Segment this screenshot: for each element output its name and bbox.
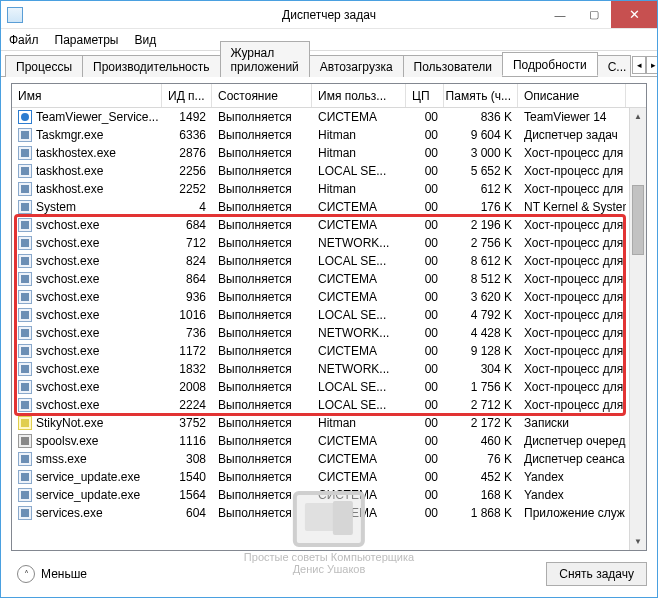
table-row[interactable]: taskhost.exe2256ВыполняетсяLOCAL SE...00… xyxy=(12,162,646,180)
cell-cpu: 00 xyxy=(406,506,444,520)
table-row[interactable]: taskhostex.exe2876ВыполняетсяHitman003 0… xyxy=(12,144,646,162)
chevron-up-icon: ˄ xyxy=(17,565,35,583)
col-name[interactable]: Имя xyxy=(12,84,162,107)
table-row[interactable]: svchost.exe864ВыполняетсяСИСТЕМА008 512 … xyxy=(12,270,646,288)
table-row[interactable]: taskhost.exe2252ВыполняетсяHitman00612 K… xyxy=(12,180,646,198)
tab-scroll-right[interactable]: ▸ xyxy=(646,56,658,74)
cell-state: Выполняется xyxy=(212,110,312,124)
cell-mem: 2 756 K xyxy=(444,236,518,250)
table-row[interactable]: Taskmgr.exe6336ВыполняетсяHitman009 604 … xyxy=(12,126,646,144)
cell-name-text: svchost.exe xyxy=(36,398,99,412)
cell-name-text: System xyxy=(36,200,76,214)
table-row[interactable]: service_update.exe1564ВыполняетсяСИСТЕМА… xyxy=(12,486,646,504)
table-row[interactable]: StikyNot.exe3752ВыполняетсяHitman002 172… xyxy=(12,414,646,432)
cell-pid: 1492 xyxy=(162,110,212,124)
cell-name: taskhostex.exe xyxy=(12,146,162,160)
menu-view[interactable]: Вид xyxy=(134,33,156,47)
table-row[interactable]: svchost.exe824ВыполняетсяLOCAL SE...008 … xyxy=(12,252,646,270)
col-mem[interactable]: Память (ч... xyxy=(444,84,518,107)
cell-pid: 604 xyxy=(162,506,212,520)
vertical-scrollbar[interactable]: ▲ ▼ xyxy=(629,108,646,550)
cell-name: svchost.exe xyxy=(12,290,162,304)
tab-services[interactable]: С... xyxy=(597,55,632,77)
table-row[interactable]: svchost.exe712ВыполняетсяNETWORK...002 7… xyxy=(12,234,646,252)
cell-state: Выполняется xyxy=(212,146,312,160)
cell-pid: 2224 xyxy=(162,398,212,412)
table-row[interactable]: svchost.exe2224ВыполняетсяLOCAL SE...002… xyxy=(12,396,646,414)
cell-cpu: 00 xyxy=(406,380,444,394)
tab-startup[interactable]: Автозагрузка xyxy=(309,55,404,77)
tab-scroll-left[interactable]: ◂ xyxy=(632,56,646,74)
cell-cpu: 00 xyxy=(406,326,444,340)
close-button[interactable]: ✕ xyxy=(611,1,657,28)
col-cpu[interactable]: ЦП xyxy=(406,84,444,107)
cell-user: NETWORK... xyxy=(312,326,406,340)
process-icon xyxy=(18,110,32,124)
table-row[interactable]: services.exe604ВыполняетсяСИСТЕМА001 868… xyxy=(12,504,646,522)
tab-users[interactable]: Пользователи xyxy=(403,55,503,77)
process-icon xyxy=(18,290,32,304)
end-task-button[interactable]: Снять задачу xyxy=(546,562,647,586)
menu-options[interactable]: Параметры xyxy=(55,33,119,47)
cell-desc: Yandex xyxy=(518,488,626,502)
col-desc[interactable]: Описание xyxy=(518,84,626,107)
table-row[interactable]: svchost.exe684ВыполняетсяСИСТЕМА002 196 … xyxy=(12,216,646,234)
cell-name: spoolsv.exe xyxy=(12,434,162,448)
cell-name: svchost.exe xyxy=(12,254,162,268)
tab-app-history[interactable]: Журнал приложений xyxy=(220,41,310,77)
cell-cpu: 00 xyxy=(406,200,444,214)
cell-name: svchost.exe xyxy=(12,344,162,358)
cell-desc: Yandex xyxy=(518,470,626,484)
tab-performance[interactable]: Производительность xyxy=(82,55,220,77)
cell-pid: 1116 xyxy=(162,434,212,448)
cell-state: Выполняется xyxy=(212,434,312,448)
cell-mem: 452 K xyxy=(444,470,518,484)
menu-file[interactable]: Файл xyxy=(9,33,39,47)
tab-details[interactable]: Подробности xyxy=(502,52,598,76)
cell-name-text: svchost.exe xyxy=(36,236,99,250)
minimize-button[interactable]: — xyxy=(543,1,577,28)
cell-desc: Диспетчер сеанса ... xyxy=(518,452,626,466)
col-state[interactable]: Состояние xyxy=(212,84,312,107)
process-icon xyxy=(18,344,32,358)
table-row[interactable]: svchost.exe1832ВыполняетсяNETWORK...0030… xyxy=(12,360,646,378)
cell-mem: 5 652 K xyxy=(444,164,518,178)
table-row[interactable]: svchost.exe1016ВыполняетсяLOCAL SE...004… xyxy=(12,306,646,324)
cell-name-text: StikyNot.exe xyxy=(36,416,103,430)
table-row[interactable]: TeamViewer_Service...1492ВыполняетсяСИСТ… xyxy=(12,108,646,126)
cell-mem: 4 428 K xyxy=(444,326,518,340)
cell-pid: 2256 xyxy=(162,164,212,178)
table-row[interactable]: smss.exe308ВыполняетсяСИСТЕМА0076 KДиспе… xyxy=(12,450,646,468)
table-row[interactable]: svchost.exe936ВыполняетсяСИСТЕМА003 620 … xyxy=(12,288,646,306)
scroll-down-icon[interactable]: ▼ xyxy=(630,533,646,550)
cell-pid: 824 xyxy=(162,254,212,268)
cell-pid: 1564 xyxy=(162,488,212,502)
cell-cpu: 00 xyxy=(406,362,444,376)
fewer-details-button[interactable]: ˄ Меньше xyxy=(11,562,93,586)
cell-pid: 4 xyxy=(162,200,212,214)
cell-desc: Хост-процесс для с... xyxy=(518,362,626,376)
cell-name: svchost.exe xyxy=(12,308,162,322)
cell-cpu: 00 xyxy=(406,272,444,286)
tab-processes[interactable]: Процессы xyxy=(5,55,83,77)
table-row[interactable]: spoolsv.exe1116ВыполняетсяСИСТЕМА00460 K… xyxy=(12,432,646,450)
cell-user: NETWORK... xyxy=(312,236,406,250)
cell-state: Выполняется xyxy=(212,326,312,340)
cell-user: LOCAL SE... xyxy=(312,398,406,412)
cell-cpu: 00 xyxy=(406,398,444,412)
scroll-thumb[interactable] xyxy=(632,185,644,255)
col-pid[interactable]: ИД п... xyxy=(162,84,212,107)
col-user[interactable]: Имя польз... xyxy=(312,84,406,107)
table-row[interactable]: svchost.exe1172ВыполняетсяСИСТЕМА009 128… xyxy=(12,342,646,360)
process-icon xyxy=(18,236,32,250)
table-row[interactable]: svchost.exe736ВыполняетсяNETWORK...004 4… xyxy=(12,324,646,342)
process-icon xyxy=(18,182,32,196)
cell-user: СИСТЕМА xyxy=(312,488,406,502)
cell-name: taskhost.exe xyxy=(12,164,162,178)
scroll-up-icon[interactable]: ▲ xyxy=(630,108,646,125)
table-row[interactable]: service_update.exe1540ВыполняетсяСИСТЕМА… xyxy=(12,468,646,486)
cell-name: svchost.exe xyxy=(12,326,162,340)
table-row[interactable]: svchost.exe2008ВыполняетсяLOCAL SE...001… xyxy=(12,378,646,396)
maximize-button[interactable]: ▢ xyxy=(577,1,611,28)
table-row[interactable]: System4ВыполняетсяСИСТЕМА00176 KNT Kerne… xyxy=(12,198,646,216)
